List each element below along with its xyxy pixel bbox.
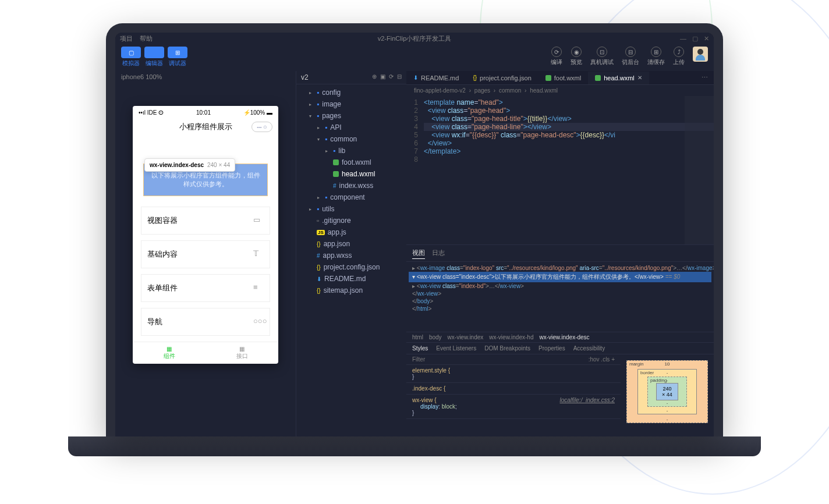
device-info: iphone6 100% (115, 71, 296, 83)
action-1[interactable]: ◉预览 (571, 47, 582, 66)
tab-overflow-icon[interactable]: ⋯ (696, 71, 714, 84)
css-rule[interactable]: element.style {} (406, 365, 621, 383)
item-icon: ▭ (253, 215, 264, 226)
devtools-tab-视图[interactable]: 视图 (412, 247, 425, 259)
tree-json-app.json[interactable]: {}app.json (296, 238, 406, 250)
tree-css-app.wxss[interactable]: #app.wxss (296, 250, 406, 261)
styles-subtab-Styles[interactable]: Styles (412, 345, 428, 352)
mode-pill-0[interactable]: ▢模拟器 (121, 47, 141, 68)
file-explorer: v2 ⊕ ▣ ⟳ ⊟ ▸▪config▸▪image▾▪pages▸▪API▾▪… (296, 71, 406, 436)
breadcrumb: fino-applet-demo-v2 › pages › common › h… (406, 85, 714, 96)
box-padding-top: - (667, 378, 668, 383)
inspect-tooltip: wx-view.index-desc 240 × 44 (144, 158, 235, 172)
minimap[interactable] (685, 96, 714, 244)
laptop-base (68, 436, 761, 456)
crumb-item[interactable]: wx-view.index-hd (489, 334, 533, 340)
capsule-button[interactable]: ••• ⊙ (251, 122, 272, 132)
close-icon[interactable]: ✕ (637, 74, 642, 81)
editor-tab-project.config.json[interactable]: {}project.config.json (466, 72, 538, 84)
laptop-frame: 项目 帮助 v2-FinClip小程序开发工具 — ▢ ✕ ▢模拟器编辑器⊞调试… (106, 23, 723, 456)
mode-pill-2[interactable]: ⊞调试器 (168, 47, 187, 68)
action-3[interactable]: ⊟切后台 (622, 47, 639, 66)
code-editor[interactable]: 1<template name="head">2 <view class="pa… (406, 96, 714, 244)
item-label: 视图容器 (147, 215, 178, 226)
item-label: 导航 (147, 317, 162, 327)
toolbar: ▢模拟器编辑器⊞调试器 ⟳编译◉预览⊡真机调试⊟切后台⊞清缓存⤴上传 (115, 44, 714, 71)
tree-folder-utils[interactable]: ▸▪utils (296, 203, 406, 215)
tree-wxml-foot.wxml[interactable]: foot.wxml (296, 157, 406, 168)
crumb-item[interactable]: html (412, 334, 423, 340)
tab-接口[interactable]: ▦接口 (206, 342, 278, 364)
refresh-icon[interactable]: ⟳ (389, 73, 394, 81)
item-icon: ≡ (253, 283, 264, 293)
styles-subtab-Properties[interactable]: Properties (539, 345, 565, 352)
styles-pane[interactable]: Filter :hov .cls + element.style {}.inde… (406, 354, 621, 436)
crumb-item[interactable]: wx-view.index-desc (539, 334, 589, 340)
styles-subtab-Event Listeners[interactable]: Event Listeners (436, 345, 476, 352)
filter-input[interactable]: Filter (412, 356, 425, 363)
tree-folder-pages[interactable]: ▾▪pages (296, 110, 406, 122)
item-icon: 𝕋 (253, 249, 264, 260)
new-folder-icon[interactable]: ▣ (380, 73, 385, 81)
tab-icon: ▦ (166, 346, 172, 352)
dom-tree[interactable]: ▸ <wx-image class="index-logo" src="../r… (406, 262, 714, 332)
crumb-item[interactable]: wx-view.index (448, 334, 484, 340)
tree-folder-common[interactable]: ▾▪common (296, 133, 406, 145)
list-item[interactable]: 表单组件≡ (141, 274, 270, 302)
editor-tab-README.md[interactable]: ⬇README.md (406, 72, 466, 84)
box-model: margin 10 border - padding - (621, 354, 714, 436)
tree-folder-API[interactable]: ▸▪API (296, 122, 406, 133)
simulator-panel: iphone6 100% ••ıl IDE ⵙ 10:01 ⚡100% ▬ 小程… (115, 71, 296, 436)
editor-tab-head.wxml[interactable]: head.wxml✕ (588, 72, 649, 84)
tree-folder-component[interactable]: ▸▪component (296, 191, 406, 203)
list-item[interactable]: 基础内容𝕋 (141, 240, 270, 268)
styles-subtab-Accessibility[interactable]: Accessibility (573, 345, 605, 352)
editor-tab-foot.wxml[interactable]: foot.wxml (539, 72, 588, 84)
dom-breadcrumb[interactable]: htmlbodywx-view.indexwx-view.index-hdwx-… (406, 332, 714, 343)
tree-json-project.config.json[interactable]: {}project.config.json (296, 261, 406, 273)
camera-dot (413, 27, 416, 31)
action-4[interactable]: ⊞清缓存 (647, 47, 665, 66)
menu-project[interactable]: 项目 (120, 34, 133, 43)
tree-folder-config[interactable]: ▸▪config (296, 87, 406, 98)
selected-dom-node[interactable]: ▾ <wx-view class="index-desc">以下将展示小程序官方… (409, 272, 711, 282)
action-0[interactable]: ⟳编译 (551, 47, 562, 66)
styles-subtab-DOM Breakpoints[interactable]: DOM Breakpoints (484, 345, 530, 352)
status-time: 10:01 (196, 109, 211, 116)
action-5[interactable]: ⤴上传 (673, 47, 685, 66)
tree-css-index.wxss[interactable]: #index.wxss (296, 180, 406, 191)
action-2[interactable]: ⊡真机调试 (590, 47, 614, 66)
close-icon[interactable]: ✕ (704, 35, 709, 42)
item-label: 表单组件 (147, 283, 178, 293)
menu-help[interactable]: 帮助 (140, 34, 153, 43)
css-rule[interactable]: .index-desc {</span></div><div><span cla… (406, 383, 621, 395)
list-item[interactable]: 视图容器▭ (141, 207, 270, 235)
box-content-size: 240 × 44 (656, 383, 678, 400)
box-border-top: - (667, 370, 668, 375)
editor-area: ⬇README.md{}project.config.jsonfoot.wxml… (406, 71, 714, 436)
crumb-item[interactable]: body (429, 334, 442, 340)
filter-actions[interactable]: :hov .cls + (589, 356, 615, 363)
css-rule[interactable]: wx-view {localfile:/_index.css:2display:… (406, 395, 621, 419)
collapse-icon[interactable]: ⊟ (397, 73, 402, 81)
tab-组件[interactable]: ▦组件 (133, 342, 206, 364)
mode-pill-1[interactable]: 编辑器 (144, 47, 164, 68)
user-avatar[interactable] (693, 47, 708, 62)
tree-json-sitemap.json[interactable]: {}sitemap.json (296, 285, 406, 296)
status-battery: ⚡100% ▬ (243, 109, 272, 116)
devtools-tab-日志[interactable]: 日志 (432, 247, 445, 259)
tree-md-README.md[interactable]: ⬇README.md (296, 273, 406, 285)
tab-icon: ▦ (239, 346, 245, 352)
tree-folder-image[interactable]: ▸▪image (296, 98, 406, 110)
tree-file-.gitignore[interactable]: ▫.gitignore (296, 215, 406, 226)
new-file-icon[interactable]: ⊕ (372, 73, 377, 81)
minimize-icon[interactable]: — (680, 35, 686, 42)
tree-js-app.js[interactable]: JSapp.js (296, 226, 406, 238)
tree-wxml-head.wxml[interactable]: head.wxml (296, 168, 406, 180)
tree-folder-lib[interactable]: ▸▪lib (296, 145, 406, 157)
phone-preview[interactable]: ••ıl IDE ⵙ 10:01 ⚡100% ▬ 小程序组件展示 ••• ⊙ w… (133, 106, 278, 364)
tooltip-dimensions: 240 × 44 (207, 162, 230, 168)
item-icon: ○○○ (253, 317, 264, 327)
list-item[interactable]: 导航○○○ (141, 308, 270, 336)
maximize-icon[interactable]: ▢ (692, 35, 698, 42)
